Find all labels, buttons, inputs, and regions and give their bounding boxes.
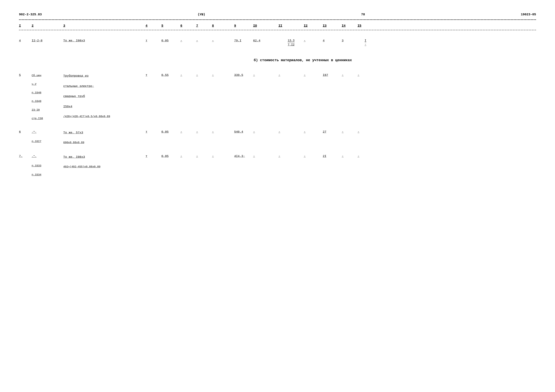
row5-col6: - <box>180 73 196 77</box>
col-header-1: I <box>19 24 32 28</box>
row5-desc: Трубопровод из стальных электро- сварных… <box>63 73 146 119</box>
row6-unit: т <box>146 130 161 134</box>
col-header-7: 7 <box>196 24 212 28</box>
col-header-5: 5 <box>161 24 180 28</box>
row6-col14: - <box>342 130 358 134</box>
page-header: 902-2-325.83 (УШ) 78 19023-05 <box>19 13 536 16</box>
table-row-6: 6 -"- п.33I7 То же, 57x3 690x0,88x0,89 т… <box>19 125 536 150</box>
col-header-4: 4 <box>146 24 161 28</box>
row7-col8: - <box>212 154 234 158</box>
col-header-12: I2 <box>304 24 323 28</box>
row7-col12: - <box>304 154 323 158</box>
row4-col6: - <box>180 39 196 42</box>
row6-num: 6 <box>19 130 32 134</box>
row4-col7: - <box>196 39 212 42</box>
row4-col10: 62,4 <box>253 39 278 42</box>
doc-type: (УШ) <box>197 13 205 16</box>
row5-col7: - <box>196 73 212 77</box>
row5-col8: - <box>212 73 234 77</box>
row4-unit: т <box>146 39 161 42</box>
row4-code: I2-2-8 <box>32 39 63 42</box>
table-row-7: 7. -"- п.3333 п.3334 То же, I08x3 492+(4… <box>19 150 536 182</box>
doc-ref: 902-2-325.83 <box>19 13 42 16</box>
doc-number: 19023-05 <box>521 13 536 16</box>
col-header-11: II <box>278 24 304 28</box>
column-headers-row: I 2 3 4 5 6 7 8 9 IO II I2 I3 I4 I5 <box>19 21 536 30</box>
col-header-14: I4 <box>342 24 358 28</box>
section-b-title: б) стоимость материалов, не учтенных в ц… <box>70 58 536 62</box>
row5-col10: - <box>253 73 278 77</box>
col-header-2: 2 <box>32 24 63 28</box>
col-header-13: I3 <box>323 24 342 28</box>
row6-col15: - <box>358 130 373 134</box>
row5-col11: - <box>278 73 304 77</box>
row5-col9: 339,5 <box>234 73 253 77</box>
row7-col7: - <box>196 154 212 158</box>
row4-col11: 13,3 7,I2 <box>278 39 304 46</box>
row7-col14: - <box>342 154 358 158</box>
row5-col14: - <box>342 73 358 77</box>
row7-col15: - <box>358 154 373 158</box>
row5-col15: - <box>358 73 373 77</box>
row6-col11: - <box>278 130 304 134</box>
col-header-9: 9 <box>234 24 253 28</box>
row7-col10: - <box>253 154 278 158</box>
row4-col8: - <box>212 39 234 42</box>
col-header-3: 3 <box>63 24 146 28</box>
row6-col6: - <box>180 130 196 134</box>
row6-col5: 0,05 <box>161 130 180 134</box>
page-number: 78 <box>361 13 365 16</box>
row4-col9: 79,I <box>234 39 253 42</box>
row7-code: -"- п.3333 п.3334 <box>32 154 63 177</box>
row5-unit: т <box>146 73 161 77</box>
row5-col5: 0,55 <box>161 73 180 77</box>
row7-col9: 4I4,3- <box>234 154 253 158</box>
row4-fraction-num: 13,3 <box>288 39 294 43</box>
row5-code: Сб.цен ч.У п.3348 п.3349 23-I0 стр.I38 <box>32 73 63 121</box>
row7-num: 7. <box>19 154 32 158</box>
top-separator <box>19 19 536 20</box>
col-header-10: IO <box>253 24 278 28</box>
row6-col13: 27 <box>323 130 342 134</box>
row6-col10: - <box>253 130 278 134</box>
row4-col15-num: I <box>365 39 366 43</box>
row7-unit: т <box>146 154 161 158</box>
row4-fraction: 13,3 7,I2 <box>278 39 304 46</box>
row4-col15-den: - <box>365 43 366 47</box>
col-header-15: I5 <box>358 24 373 28</box>
row7-col5: 0,05 <box>161 154 180 158</box>
row4-col14: 3 <box>342 39 358 42</box>
row4-fraction-den: 7,I2 <box>288 43 294 47</box>
table-row-5: 5 Сб.цен ч.У п.3348 п.3349 23-I0 стр.I38… <box>19 69 536 125</box>
row6-code: -"- п.33I7 <box>32 130 63 144</box>
table-row-4: 4 I2-2-8 То же, I08x3 т 0,05 - - - 79,I … <box>19 35 536 50</box>
row6-col9: 540,4 <box>234 130 253 134</box>
row6-col12: - <box>304 130 323 134</box>
row5-col12: - <box>304 73 323 77</box>
row5-num: 5 <box>19 73 32 77</box>
row4-col12: - <box>304 39 323 42</box>
row7-col11: - <box>278 154 304 158</box>
row4-num: 4 <box>19 39 32 42</box>
row7-desc: То же, I08x3 492+(492-455)x0,88x0,89 <box>63 154 146 169</box>
row6-col8: - <box>212 130 234 134</box>
col-header-6: 6 <box>180 24 196 28</box>
row6-desc: То же, 57x3 690x0,88x0,89 <box>63 130 146 145</box>
row7-col13: 2I <box>323 154 342 158</box>
row4-desc: То же, I08x3 <box>63 39 146 42</box>
row4-col13: 4 <box>323 39 342 42</box>
row5-col13: I87 <box>323 73 342 77</box>
row6-col7: - <box>196 130 212 134</box>
row4-col15-fraction: I - <box>358 39 373 46</box>
row4-col5: 0,05 <box>161 39 180 42</box>
row4-col15: I - <box>358 39 373 46</box>
row7-col6: - <box>180 154 196 158</box>
col-header-8: 8 <box>212 24 234 28</box>
